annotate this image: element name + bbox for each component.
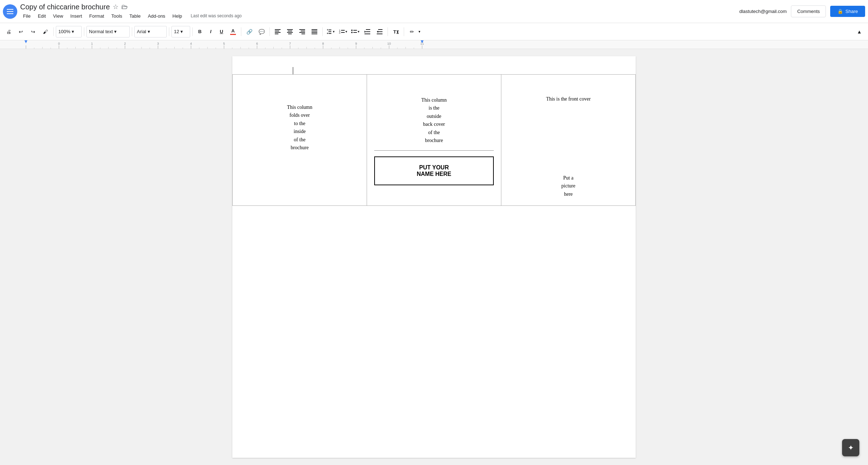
- svg-rect-1: [275, 31, 279, 31]
- smart-compose-icon: ✦: [848, 443, 854, 452]
- svg-rect-31: [366, 31, 370, 32]
- svg-marker-34: [377, 31, 378, 33]
- align-right-button[interactable]: [296, 26, 308, 37]
- font-select[interactable]: Arial ▾: [134, 26, 167, 37]
- clear-formatting-button[interactable]: T: [390, 26, 402, 37]
- font-size-value: 12: [174, 29, 179, 34]
- share-label: Share: [845, 9, 858, 14]
- style-select[interactable]: Normal text ▾: [86, 26, 130, 37]
- document-area[interactable]: This columnfolds overto theinsideof theb…: [0, 49, 868, 465]
- brochure-col2[interactable]: This columnis theoutsideback coverof the…: [367, 75, 501, 206]
- comments-button[interactable]: Comments: [791, 5, 826, 17]
- zoom-select[interactable]: 100% ▾: [56, 26, 82, 37]
- redo-button[interactable]: ↪: [27, 26, 39, 37]
- svg-point-27: [351, 32, 353, 33]
- svg-rect-10: [299, 32, 305, 33]
- svg-text:T: T: [393, 29, 396, 35]
- svg-rect-3: [275, 34, 278, 34]
- menu-edit[interactable]: Edit: [35, 12, 49, 20]
- underline-button[interactable]: U: [216, 27, 227, 37]
- menu-file[interactable]: File: [20, 12, 33, 20]
- brochure-col1[interactable]: This columnfolds overto theinsideof theb…: [233, 75, 367, 206]
- toolbar-collapse-button[interactable]: ▲: [854, 26, 865, 37]
- smart-compose-fab[interactable]: ✦: [842, 439, 859, 456]
- numbered-list-chevron-icon: ▾: [345, 30, 347, 34]
- toolbar-separator-4: [169, 27, 169, 36]
- bulleted-list-chevron-icon: ▾: [358, 30, 359, 34]
- doc-title-area: Copy of chiccarine brochure ☆ 🗁 File Edi…: [20, 3, 739, 20]
- user-email[interactable]: dlastutech@gmail.com: [739, 9, 787, 14]
- svg-text:6: 6: [256, 42, 258, 45]
- menu-tools[interactable]: Tools: [108, 12, 125, 20]
- app-menu-button[interactable]: [3, 4, 17, 19]
- svg-rect-26: [353, 30, 357, 31]
- paint-format-button[interactable]: 🖌: [40, 26, 51, 37]
- svg-text:0: 0: [58, 42, 60, 45]
- increase-indent-button[interactable]: [374, 26, 385, 37]
- svg-rect-22: [341, 30, 345, 31]
- svg-rect-12: [312, 29, 317, 30]
- line-spacing-chevron-icon: ▾: [333, 30, 335, 34]
- menu-format[interactable]: Format: [86, 12, 107, 20]
- bold-button[interactable]: B: [195, 27, 205, 37]
- top-bar: Copy of chiccarine brochure ☆ 🗁 File Edi…: [0, 0, 868, 23]
- pencil-more-button[interactable]: ✏: [406, 26, 418, 37]
- folder-icon[interactable]: 🗁: [121, 3, 128, 11]
- align-center-button[interactable]: [284, 26, 296, 37]
- font-color-icon: A: [230, 28, 236, 35]
- brochure-col3[interactable]: This is the front cover Put apicturehere: [501, 75, 636, 206]
- toolbar-separator-5: [192, 27, 193, 36]
- toolbar-separator-9: [388, 27, 388, 36]
- share-button[interactable]: 🔒 Share: [830, 6, 865, 17]
- ruler-content: 01234567891011: [0, 40, 868, 49]
- svg-rect-32: [364, 34, 370, 34]
- font-size-chevron-icon: ▾: [180, 29, 183, 34]
- col2-divider: [374, 150, 494, 151]
- menu-help[interactable]: Help: [170, 12, 185, 20]
- menu-insert[interactable]: Insert: [67, 12, 85, 20]
- numbered-list-button[interactable]: 1.2. ▾: [337, 26, 349, 37]
- font-value: Arial: [137, 29, 146, 34]
- svg-text:2: 2: [124, 42, 126, 45]
- menu-addons[interactable]: Add-ons: [145, 12, 168, 20]
- comment-button[interactable]: 💬: [256, 26, 267, 37]
- bold-label: B: [198, 29, 201, 34]
- ruler: 01234567891011: [0, 40, 868, 49]
- toolbar: 🖨 ↩ ↪ 🖌 100% ▾ Normal text ▾ Arial ▾ 12 …: [0, 23, 868, 40]
- document-page: This columnfolds overto theinsideof theb…: [232, 56, 636, 458]
- print-button[interactable]: 🖨: [3, 26, 14, 37]
- style-value: Normal text: [89, 29, 113, 34]
- svg-rect-14: [312, 32, 317, 33]
- svg-marker-101: [24, 40, 27, 43]
- toolbar-separator-3: [132, 27, 132, 36]
- svg-rect-24: [341, 32, 345, 33]
- line-spacing-button[interactable]: ▾: [325, 26, 336, 37]
- svg-marker-30: [364, 31, 366, 33]
- star-icon[interactable]: ☆: [113, 3, 118, 11]
- font-color-button[interactable]: A: [227, 26, 239, 37]
- link-button[interactable]: 🔗: [243, 26, 255, 37]
- brochure-row: This columnfolds overto theinsideof theb…: [233, 75, 636, 206]
- align-left-button[interactable]: [272, 26, 283, 37]
- justify-button[interactable]: [309, 26, 320, 37]
- menu-table[interactable]: Table: [126, 12, 143, 20]
- doc-title[interactable]: Copy of chiccarine brochure: [20, 3, 110, 11]
- svg-rect-36: [377, 34, 382, 34]
- menu-view[interactable]: View: [50, 12, 66, 20]
- col3-picture-text: Put apicturehere: [509, 174, 628, 198]
- menu-bar: File Edit View Insert Format Tools Table…: [20, 12, 739, 20]
- bulleted-list-button[interactable]: ▾: [349, 26, 361, 37]
- svg-rect-29: [366, 29, 370, 30]
- undo-button[interactable]: ↩: [15, 26, 27, 37]
- col3-top-text: This is the front cover: [509, 96, 628, 102]
- italic-button[interactable]: I: [206, 27, 216, 37]
- font-size-select[interactable]: 12 ▾: [171, 26, 190, 37]
- zoom-chevron-icon: ▾: [72, 29, 74, 34]
- last-edit-status: Last edit was seconds ago: [191, 13, 242, 18]
- svg-marker-20: [327, 33, 328, 34]
- style-chevron-icon: ▾: [114, 29, 117, 34]
- svg-rect-5: [288, 31, 292, 31]
- col2-name-box[interactable]: PUT YOURNAME HERE: [374, 156, 494, 185]
- col1-text: This columnfolds overto theinsideof theb…: [240, 103, 359, 152]
- decrease-indent-button[interactable]: [362, 26, 373, 37]
